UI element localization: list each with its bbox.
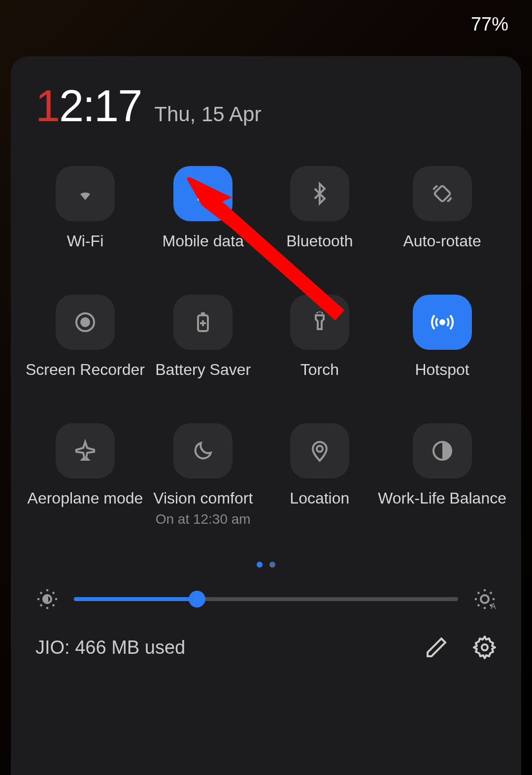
screen-recorder-tile: Screen Recorder (26, 295, 145, 379)
vision-comfort-tile: Vision comfort On at 12:30 am (145, 423, 262, 527)
battery-saver-tile: Battery Saver (145, 295, 262, 379)
brightness-low-icon (35, 587, 59, 611)
footer-icons (425, 636, 497, 659)
auto-rotate-button[interactable] (413, 166, 472, 221)
clock-rest: 2:17 (59, 81, 141, 131)
hotspot-button[interactable] (413, 295, 472, 350)
location-tile: Location (262, 423, 378, 527)
auto-rotate-icon (431, 182, 454, 205)
location-button[interactable] (290, 423, 349, 478)
svg-point-5 (317, 446, 323, 452)
pagination-dots[interactable] (26, 562, 506, 568)
torch-tile: Torch (262, 295, 378, 379)
clock-row: 12:17 Thu, 15 Apr (35, 81, 506, 132)
bluetooth-icon (308, 182, 332, 205)
vision-comfort-label: Vision comfort (153, 489, 253, 507)
aeroplane-mode-button[interactable] (56, 423, 115, 478)
hotspot-label: Hotspot (415, 361, 469, 379)
svg-point-2 (81, 318, 89, 326)
torch-icon (308, 310, 332, 334)
location-icon (308, 439, 332, 463)
work-life-balance-tile: Work-Life Balance (378, 423, 506, 527)
vision-comfort-button[interactable] (173, 423, 233, 478)
work-life-balance-label: Work-Life Balance (378, 489, 506, 507)
auto-rotate-label: Auto-rotate (403, 232, 481, 250)
brightness-slider[interactable] (74, 597, 458, 601)
settings-icon[interactable] (473, 636, 497, 659)
svg-rect-0 (434, 185, 451, 202)
edit-icon[interactable] (425, 636, 448, 659)
mobile-data-label: Mobile data (162, 232, 243, 250)
footer-row: JIO: 466 MB used (26, 636, 506, 659)
status-bar-battery: 77% (471, 14, 508, 35)
quick-settings-panel: 12:17 Thu, 15 Apr Wi-Fi Mobile data Blue… (11, 56, 521, 775)
bluetooth-tile: Bluetooth (262, 166, 378, 250)
location-label: Location (290, 489, 349, 507)
brightness-row: A (26, 587, 506, 611)
auto-rotate-tile: Auto-rotate (378, 166, 506, 250)
page-dot-2 (269, 562, 275, 568)
bluetooth-label: Bluetooth (286, 232, 353, 250)
clock-date: Thu, 15 Apr (154, 102, 261, 126)
moon-icon (191, 439, 215, 463)
airplane-icon (73, 439, 97, 463)
wifi-tile: Wi-Fi (26, 166, 145, 250)
tiles-grid: Wi-Fi Mobile data Bluetooth Auto-rotate (26, 166, 506, 527)
clock-hour-accent: 1 (35, 81, 59, 131)
svg-point-10 (482, 644, 488, 650)
hotspot-tile: Hotspot (378, 295, 506, 379)
hotspot-icon (431, 310, 454, 334)
aeroplane-mode-label: Aeroplane mode (28, 489, 143, 507)
screen-recorder-button[interactable] (56, 295, 115, 350)
brightness-auto-icon[interactable]: A (473, 587, 497, 611)
svg-point-8 (481, 595, 489, 603)
record-icon (73, 310, 97, 334)
wifi-label: Wi-Fi (67, 232, 104, 250)
battery-saver-button[interactable] (173, 295, 233, 350)
brightness-fill (74, 597, 197, 601)
svg-point-4 (440, 320, 444, 324)
page-dot-1 (257, 562, 263, 568)
vision-comfort-sublabel: On at 12:30 am (156, 511, 251, 527)
mobile-data-icon (191, 182, 215, 205)
clock-time: 12:17 (35, 81, 141, 132)
svg-text:A: A (491, 602, 496, 610)
aeroplane-mode-tile: Aeroplane mode (26, 423, 145, 527)
torch-label: Torch (300, 361, 339, 379)
torch-button[interactable] (290, 295, 349, 350)
wifi-button[interactable] (56, 166, 115, 221)
balance-icon (431, 439, 454, 463)
wifi-icon (73, 182, 97, 205)
battery-saver-label: Battery Saver (155, 361, 251, 379)
brightness-thumb[interactable] (189, 591, 205, 607)
battery-icon (191, 310, 215, 334)
bluetooth-button[interactable] (290, 166, 349, 221)
work-life-balance-button[interactable] (413, 423, 472, 478)
mobile-data-button[interactable] (173, 166, 233, 221)
footer-status: JIO: 466 MB used (35, 637, 425, 658)
screen-recorder-label: Screen Recorder (26, 361, 145, 379)
mobile-data-tile: Mobile data (145, 166, 262, 250)
